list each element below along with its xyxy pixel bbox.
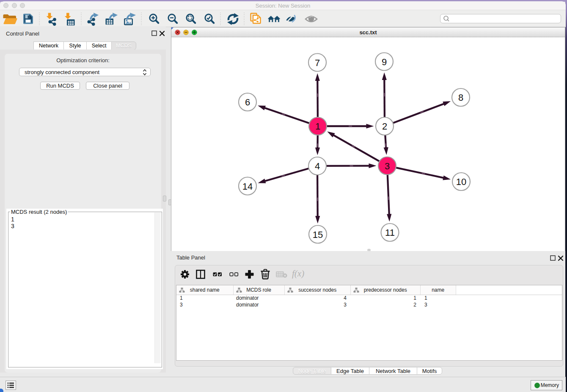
svg-text:3: 3: [385, 161, 390, 171]
svg-text:10: 10: [456, 177, 466, 187]
svg-text:1: 1: [315, 121, 320, 132]
svg-text:6: 6: [245, 97, 250, 108]
svg-text:14: 14: [242, 181, 253, 192]
svg-text:8: 8: [458, 92, 463, 103]
svg-text:9: 9: [382, 57, 387, 67]
svg-text:4: 4: [315, 161, 320, 171]
svg-text:2: 2: [382, 121, 387, 132]
svg-text:11: 11: [385, 227, 395, 238]
svg-text:7: 7: [315, 58, 320, 68]
svg-text:15: 15: [313, 229, 323, 240]
